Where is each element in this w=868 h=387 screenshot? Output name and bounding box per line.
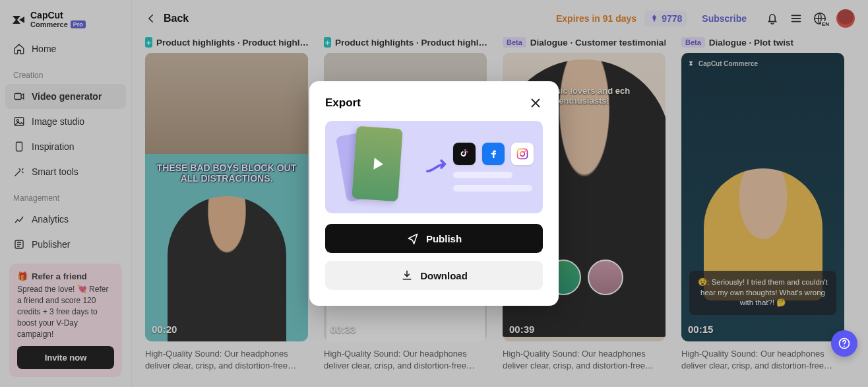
publish-button[interactable]: Publish	[325, 224, 543, 253]
download-label: Download	[420, 270, 468, 281]
close-icon[interactable]	[528, 96, 543, 110]
help-icon	[838, 337, 851, 350]
play-icon	[373, 158, 383, 170]
arrow-icon	[426, 157, 453, 177]
tiktok-icon	[453, 143, 476, 165]
svg-point-7	[520, 152, 525, 157]
export-modal: Export Publish Download	[309, 81, 559, 306]
share-icon	[406, 232, 419, 245]
instagram-icon	[511, 143, 534, 165]
modal-title: Export	[325, 96, 361, 110]
download-icon	[400, 269, 414, 282]
svg-point-8	[524, 151, 526, 152]
svg-rect-6	[518, 149, 528, 159]
publish-label: Publish	[426, 233, 462, 244]
modal-hero	[325, 121, 543, 213]
download-button[interactable]: Download	[325, 261, 543, 290]
facebook-icon	[482, 143, 505, 165]
help-fab[interactable]	[831, 330, 857, 357]
svg-point-10	[844, 345, 845, 347]
